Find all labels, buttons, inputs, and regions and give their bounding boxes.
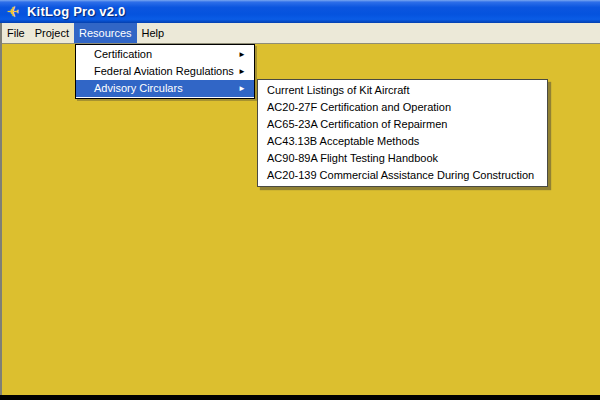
submenu-item-ac90-89a[interactable]: AC90-89A Flight Testing Handbook [258,150,547,167]
menu-help[interactable]: Help [137,23,170,43]
menu-item-federal-aviation-regulations[interactable]: Federal Aviation Regulations ► [76,63,254,80]
menu-item-label: Advisory Circulars [94,82,183,94]
titlebar[interactable]: ✈ KitLog Pro v2.0 [0,0,600,23]
window-title: KitLog Pro v2.0 [27,4,125,19]
menu-project[interactable]: Project [30,23,74,43]
submenu-item-ac43-13b[interactable]: AC43.13B Acceptable Methods [258,133,547,150]
app-window: ✈ KitLog Pro v2.0 File Project Resources… [0,0,600,400]
advisory-circulars-submenu: Current Listings of Kit Aircraft AC20-27… [257,79,548,187]
menubar: File Project Resources Help [0,23,600,44]
submenu-item-current-listings[interactable]: Current Listings of Kit Aircraft [258,82,547,99]
menu-resources[interactable]: Resources [74,23,137,43]
airplane-icon: ✈ [4,3,22,21]
menu-item-certification[interactable]: Certification ► [76,46,254,63]
submenu-item-ac20-139[interactable]: AC20-139 Commercial Assistance During Co… [258,167,547,184]
menu-item-advisory-circulars[interactable]: Advisory Circulars ► [76,80,254,97]
submenu-item-ac65-23a[interactable]: AC65-23A Certification of Repairmen [258,116,547,133]
window-left-edge [0,23,2,395]
screen-bottom-edge [0,395,600,400]
submenu-arrow-icon: ► [238,80,246,97]
submenu-arrow-icon: ► [238,46,246,63]
menu-file[interactable]: File [2,23,30,43]
resources-dropdown-menu: Certification ► Federal Aviation Regulat… [75,44,255,99]
menu-item-label: Federal Aviation Regulations [94,65,234,77]
submenu-arrow-icon: ► [238,63,246,80]
submenu-item-ac20-27f[interactable]: AC20-27F Certification and Operation [258,99,547,116]
menu-item-label: Certification [94,48,152,60]
